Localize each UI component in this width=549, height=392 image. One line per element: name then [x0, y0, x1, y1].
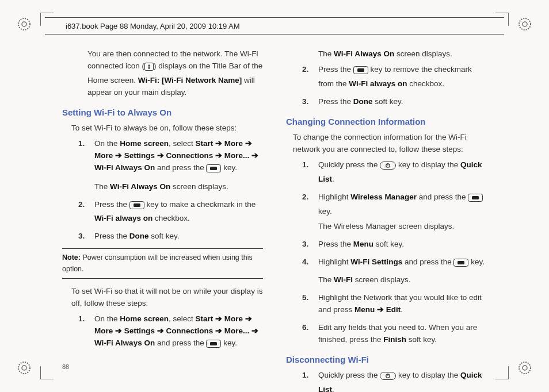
wifi-connected-icon: [144, 63, 154, 75]
ok-key-icon: [206, 164, 221, 176]
power-key-icon: [380, 162, 396, 174]
svg-rect-19: [357, 68, 364, 72]
crop-gear-icon: [518, 361, 532, 375]
section-heading-change-conn: Changing Connection Information: [286, 115, 487, 128]
step-item: 2. Highlight Wireless Manager and press …: [302, 191, 487, 233]
section-heading-disconnect: Disconnecting Wi-Fi: [286, 353, 487, 366]
svg-rect-26: [458, 261, 464, 264]
step-item: 1. Quickly press the key to display the …: [302, 159, 487, 186]
svg-point-2: [519, 18, 531, 30]
step-item: 3. Press the Done soft key.: [302, 96, 487, 108]
steps-continued: 2. Press the key to remove the checkmark…: [302, 64, 487, 108]
step-item: 1. On the Home screen, select Start ➔ Mo…: [78, 138, 263, 193]
svg-point-6: [519, 362, 531, 374]
step-item: 5. Highlight the Network that you would …: [302, 292, 487, 316]
svg-rect-15: [134, 203, 140, 207]
step-item: 2. Press the key to make a checkmark in …: [78, 199, 263, 225]
power-key-icon: [380, 372, 396, 384]
svg-point-5: [22, 366, 26, 370]
step-item: 1. Quickly press the key to display the …: [302, 370, 487, 392]
step-item: 3. Press the Done soft key.: [78, 230, 263, 243]
crop-mark: [495, 366, 509, 379]
crop-mark: [40, 366, 54, 379]
lead-text: To set Wi-Fi to always be on, follow the…: [71, 122, 263, 134]
page-number: 88: [62, 363, 69, 370]
intro-paragraph: You are then connected to the network. T…: [87, 48, 263, 99]
ok-key-icon: [468, 194, 483, 206]
running-header: i637.book Page 88 Monday, April 20, 2009…: [45, 17, 504, 34]
step-item: 4. Highlight Wi-Fi Settings and press th…: [302, 256, 487, 286]
section-heading-always-on: Setting Wi-Fi to Always On: [62, 106, 263, 119]
steps-always-on: 1. On the Home screen, select Start ➔ Mo…: [78, 138, 263, 243]
step-item: 3. Press the Menu soft key.: [302, 239, 487, 251]
ok-key-icon: [353, 66, 368, 78]
svg-point-7: [523, 366, 527, 370]
note-box: Note: Power consumption will be increase…: [62, 248, 263, 279]
lead-text: To change the connection information for…: [293, 132, 487, 156]
ok-key-icon: [129, 201, 144, 213]
continuation-text: The Wi-Fi Always On screen displays.: [318, 48, 487, 60]
svg-point-3: [523, 22, 527, 26]
steps-change-conn: 1. Quickly press the key to display the …: [302, 159, 487, 346]
crop-gear-icon: [17, 17, 31, 31]
ok-key-icon: [453, 259, 468, 271]
svg-point-1: [22, 22, 26, 26]
crop-gear-icon: [17, 361, 31, 375]
step-item: 6. Edit any fields that you need to. Whe…: [302, 322, 487, 346]
svg-rect-13: [210, 167, 217, 170]
svg-rect-11: [148, 66, 149, 68]
left-column: You are then connected to the network. T…: [62, 48, 263, 358]
svg-point-0: [18, 18, 30, 30]
svg-point-4: [18, 362, 30, 374]
svg-rect-24: [472, 196, 479, 199]
step-item: 2. Press the key to remove the checkmark…: [302, 64, 487, 90]
step-item: 1. On the Home screen, select Start ➔ Mo…: [78, 313, 263, 352]
page-body: You are then connected to the network. T…: [62, 48, 487, 358]
lead-text: To set Wi-Fi so that it will not be on w…: [71, 286, 263, 310]
running-header-text: i637.book Page 88 Monday, April 20, 2009…: [66, 22, 240, 30]
steps-display-off: 1. On the Home screen, select Start ➔ Mo…: [78, 313, 263, 352]
svg-rect-17: [210, 342, 217, 345]
crop-gear-icon: [518, 17, 532, 31]
right-column: The Wi-Fi Always On screen displays. 2. …: [286, 48, 487, 358]
steps-disconnect: 1. Quickly press the key to display the …: [302, 370, 487, 392]
ok-key-icon: [206, 340, 221, 352]
